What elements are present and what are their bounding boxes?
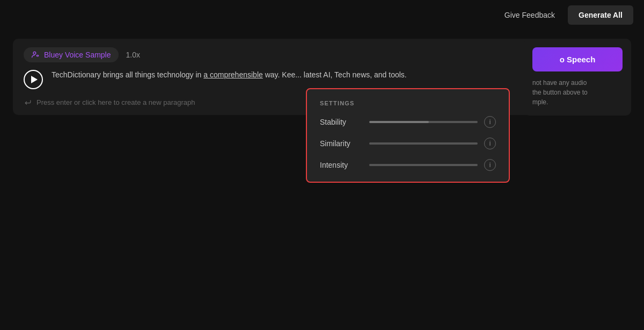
settings-title: SETTINGS [320, 100, 496, 106]
speed-badge: 1.0x [126, 51, 140, 59]
similarity-slider[interactable] [369, 142, 478, 145]
stability-row: Stability i [320, 116, 496, 128]
intensity-info-button[interactable]: i [484, 159, 496, 171]
generate-speech-button[interactable]: o Speech [532, 47, 623, 71]
generate-panel: o Speech not have any audiothe button ab… [524, 39, 631, 116]
intensity-fill [369, 164, 378, 166]
voice-name-tag[interactable]: Bluey Voice Sample [24, 47, 119, 62]
play-icon [31, 76, 38, 83]
similarity-track [369, 142, 478, 145]
intensity-slider[interactable] [369, 164, 478, 166]
no-audio-text: not have any audiothe button above tompl… [532, 78, 623, 107]
settings-panel: SETTINGS Stability i Similarity i Intens… [306, 88, 510, 183]
stability-slider[interactable] [369, 121, 478, 123]
similarity-label: Similarity [320, 139, 363, 148]
svg-point-0 [33, 52, 36, 54]
voice-name-label: Bluey Voice Sample [44, 51, 111, 59]
generate-all-button[interactable]: Generate All [568, 5, 633, 25]
intensity-row: Intensity i [320, 159, 496, 171]
similarity-fill [369, 142, 418, 145]
comprehensible-link[interactable]: a comprehensible [203, 70, 263, 79]
stability-info-button[interactable]: i [484, 116, 496, 128]
similarity-row: Similarity i [320, 138, 496, 149]
stability-fill [369, 121, 429, 123]
main-content: Bluey Voice Sample 1.0x Advanced voice c… [0, 30, 644, 124]
similarity-info-button[interactable]: i [484, 138, 496, 149]
play-button[interactable] [24, 70, 43, 89]
stability-label: Stability [320, 118, 363, 126]
top-bar: Give Feedback Generate All [0, 0, 644, 30]
intensity-label: Intensity [320, 161, 363, 169]
new-paragraph-text: Press enter or click here to create a ne… [36, 98, 195, 106]
intensity-track [369, 164, 478, 166]
header-left: Bluey Voice Sample 1.0x [24, 47, 140, 62]
stability-track [369, 121, 478, 123]
return-icon [24, 98, 32, 106]
give-feedback-button[interactable]: Give Feedback [498, 6, 561, 24]
voice-icon [31, 51, 40, 59]
